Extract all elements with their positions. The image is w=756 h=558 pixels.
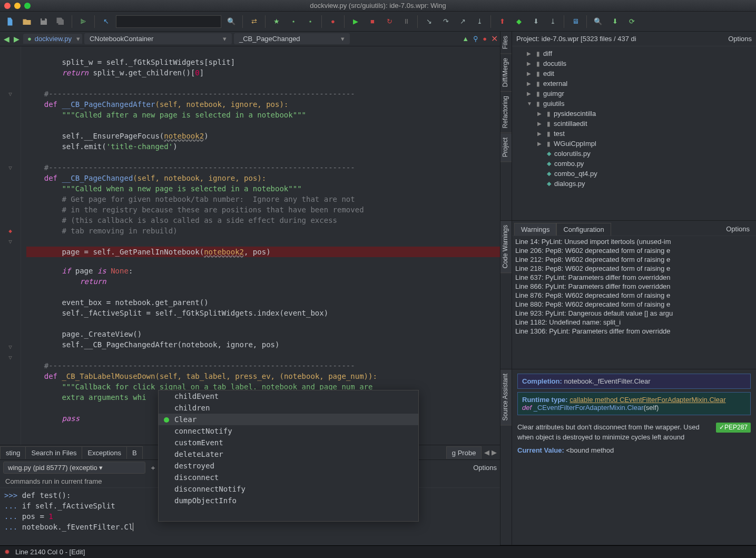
tab-configuration[interactable]: Configuration — [556, 223, 611, 236]
refresh-icon[interactable]: ⟳ — [625, 15, 639, 28]
frame-down-icon[interactable]: ⬇ — [529, 15, 543, 28]
runtime-type-link[interactable]: callable method CEventFilterForAdapterMi… — [570, 396, 725, 404]
chevron-down-icon[interactable]: ▾ — [76, 35, 80, 43]
warnings-list[interactable]: Line 14: PyLint: Unused import itertools… — [512, 236, 756, 369]
frame-up-icon[interactable]: ⬆ — [495, 15, 509, 28]
vtab-diff-merge[interactable]: Diff/Merge — [500, 54, 512, 92]
replace-icon[interactable]: ⇄ — [247, 15, 261, 28]
step-out-icon[interactable]: ↗ — [456, 15, 469, 28]
autocomplete-item[interactable]: children — [159, 402, 418, 414]
vtab-project[interactable]: Project — [500, 133, 512, 162]
autocomplete-item[interactable]: customEvent — [159, 437, 418, 448]
warning-item[interactable]: Line 1182: Undefined name: split_i — [515, 318, 753, 327]
tab-prev-icon[interactable]: ◀ — [2, 35, 11, 43]
warning-item[interactable]: Line 923: PyLint: Dangerous default valu… — [515, 309, 753, 318]
warnings-options[interactable]: Options — [722, 223, 754, 236]
tree-node[interactable]: ◆colorutils.py — [512, 149, 756, 159]
warning-item[interactable]: Line 637: PyLint: Parameters differ from… — [515, 273, 753, 282]
bookmark-icon[interactable]: ★ — [270, 15, 283, 28]
autocomplete-item[interactable]: Clear — [159, 414, 418, 425]
tab-testing[interactable]: sting — [0, 446, 26, 459]
tab-next-icon[interactable]: ▶ — [12, 35, 21, 43]
warning-item[interactable]: Line 866: PyLint: Parameters differ from… — [515, 282, 753, 291]
autocomplete-popup[interactable]: childEventchildrenClearconnectNotifycust… — [158, 390, 419, 522]
tree-node[interactable]: ▶▮edit — [512, 68, 756, 79]
frame-last-icon[interactable]: ⤓ — [546, 15, 559, 28]
tab-warnings[interactable]: Warnings — [514, 223, 556, 236]
run-icon[interactable]: ▶ — [349, 15, 362, 28]
warning-item[interactable]: Line 1306: PyLint: Parameters differ fro… — [515, 327, 753, 336]
restart-icon[interactable]: ↻ — [382, 15, 396, 28]
warning-item[interactable]: Line 880: Pep8: W602 deprecated form of … — [515, 300, 753, 309]
function-selector[interactable]: _CB_PageChanged ▾ — [234, 33, 350, 44]
autocomplete-item[interactable]: disconnect — [159, 472, 418, 483]
save-icon[interactable] — [37, 15, 51, 28]
tree-node[interactable]: ▶▮scintillaedit — [512, 119, 756, 129]
vtab-refactoring[interactable]: Refactoring — [500, 92, 512, 133]
autocomplete-item[interactable]: deleteLater — [159, 448, 418, 460]
tree-node[interactable]: ◆combo_qt4.py — [512, 169, 756, 179]
autocomplete-item[interactable]: dumpObjectInfo — [159, 495, 418, 506]
search-input[interactable] — [116, 15, 221, 28]
search-icon[interactable]: 🔍 — [224, 15, 238, 28]
step-into-icon[interactable]: ↘ — [422, 15, 436, 28]
breakpoint-icon[interactable]: ● — [326, 15, 340, 28]
tree-node[interactable]: ▶▮external — [512, 79, 756, 89]
project-tree[interactable]: ▶▮diff▶▮docutils▶▮edit▶▮external▶▮guimgr… — [512, 46, 756, 220]
tab-scroll-arrows[interactable]: ◀ ▶ — [481, 448, 500, 456]
code-editor[interactable]: ▽ ▽ ◆ ▽ ▽▽ split_w = self._fGtkSplitWidg… — [0, 46, 500, 445]
run-to-cursor-icon[interactable]: ⤓ — [473, 15, 486, 28]
code-content[interactable]: split_w = self._fGtkSplitWidgets[split] … — [21, 46, 500, 445]
tab-debug-probe[interactable]: g Probe — [446, 446, 482, 459]
tab-exceptions[interactable]: Exceptions — [82, 446, 127, 459]
vtab-source-assistant[interactable]: Source Assistant — [500, 369, 512, 425]
autocomplete-item[interactable]: destroyed — [159, 460, 418, 472]
zoom-icon[interactable]: 🔍 — [591, 15, 605, 28]
tree-node[interactable]: ◆combo.py — [512, 159, 756, 169]
add-process-icon[interactable]: ＋ — [150, 463, 156, 473]
save-all-icon[interactable] — [54, 15, 67, 28]
frame-icon[interactable]: ◆ — [512, 15, 526, 28]
tree-node[interactable]: ▶▮docutils — [512, 58, 756, 68]
tree-node[interactable]: ◆dialogs.py — [512, 179, 756, 189]
project-options[interactable]: Options — [728, 35, 752, 43]
open-file-icon[interactable] — [20, 15, 34, 28]
vtab-code-warnings[interactable]: Code Warnings — [500, 221, 512, 273]
tree-node[interactable]: ▶▮test — [512, 129, 756, 139]
warning-item[interactable]: Line 218: Pep8: W602 deprecated form of … — [515, 264, 753, 273]
tab-search-in-files[interactable]: Search in Files — [25, 446, 82, 459]
bookmark-prev-icon[interactable]: ⋆ — [287, 15, 300, 28]
indent-icon[interactable]: ⫸ — [76, 15, 90, 28]
step-over-icon[interactable]: ↷ — [439, 15, 453, 28]
stop-icon[interactable]: ■ — [366, 15, 379, 28]
vtab-files[interactable]: Files — [500, 32, 512, 54]
autocomplete-item[interactable]: disconnectNotify — [159, 483, 418, 495]
autocomplete-item[interactable]: childEvent — [159, 390, 418, 402]
cursor-icon[interactable]: ↖ — [99, 15, 113, 28]
warning-badge-icon[interactable]: ▲ — [462, 35, 469, 43]
monitor-icon[interactable]: 🖥 — [568, 15, 582, 28]
download-icon[interactable]: ⬇ — [608, 15, 622, 28]
class-selector[interactable]: CNotebookContainer ▾ — [84, 33, 232, 44]
tree-node[interactable]: ▶▮WGuiCppImpl — [512, 139, 756, 149]
tree-node[interactable]: ▼▮guiutils — [512, 99, 756, 109]
tree-node[interactable]: ▶▮guimgr — [512, 89, 756, 99]
autocomplete-item[interactable]: connectNotify — [159, 425, 418, 437]
warning-item[interactable]: Line 14: PyLint: Unused import itertools… — [515, 237, 753, 246]
options-icon[interactable]: ● — [483, 35, 487, 43]
warning-item[interactable]: Line 876: Pep8: W602 deprecated form of … — [515, 291, 753, 300]
pause-icon[interactable]: ⏸ — [399, 15, 413, 28]
bookmark-next-icon[interactable]: ⋆ — [303, 15, 317, 28]
new-file-icon[interactable] — [3, 15, 17, 28]
close-tab-icon[interactable]: ✕ — [491, 34, 498, 44]
warning-item[interactable]: Line 212: Pep8: W602 deprecated form of … — [515, 255, 753, 264]
process-selector[interactable]: wing.py (pid 85777) (exceptio ▾ — [3, 462, 145, 474]
editor-gutter[interactable]: ▽ ▽ ◆ ▽ ▽▽ — [0, 46, 21, 445]
tree-node[interactable]: ▶▮pysidescintilla — [512, 109, 756, 119]
bug-icon[interactable]: ✹ — [4, 548, 10, 556]
file-tab[interactable]: ● dockview.py ▾ — [23, 34, 82, 44]
warning-item[interactable]: Line 206: Pep8: W602 deprecated form of … — [515, 246, 753, 255]
sync-icon[interactable]: ⚲ — [473, 35, 478, 43]
tree-node[interactable]: ▶▮diff — [512, 48, 756, 58]
debug-options[interactable]: Options — [473, 464, 497, 472]
